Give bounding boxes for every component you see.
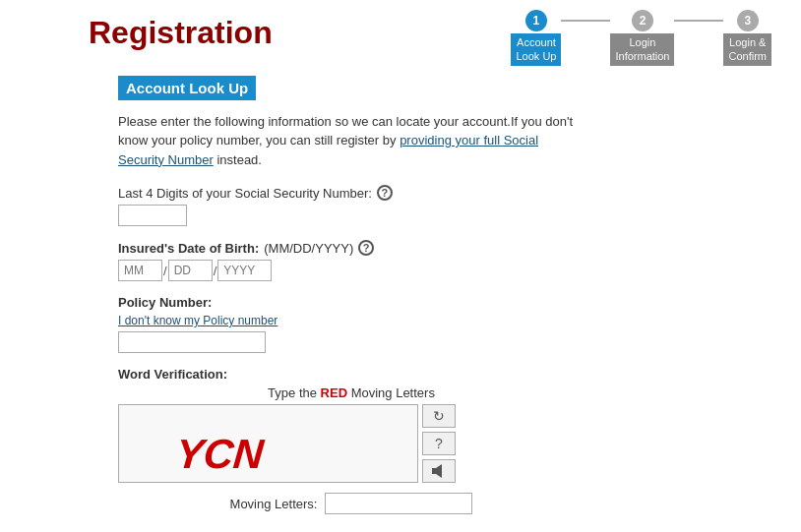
captcha-svg: YCN bbox=[170, 409, 367, 478]
svg-rect-0 bbox=[432, 468, 436, 474]
word-verification-section: Word Verification: Type the RED Moving L… bbox=[118, 367, 585, 514]
moving-letters-row: Moving Letters: bbox=[118, 493, 585, 514]
step-2: 2 LoginInformation bbox=[610, 10, 674, 66]
step-connector-2-3 bbox=[674, 20, 723, 22]
dob-mm-input[interactable] bbox=[118, 260, 162, 281]
captcha-instruction-part2: Moving Letters bbox=[347, 385, 435, 400]
dob-format-text: (MM/DD/YYYY) bbox=[264, 241, 353, 256]
dob-label-row: Insured's Date of Birth: (MM/DD/YYYY) ? bbox=[118, 240, 585, 256]
step-1-circle: 1 bbox=[525, 10, 547, 31]
policy-label-text: Policy Number: bbox=[118, 295, 212, 310]
step-2-circle: 2 bbox=[632, 10, 653, 31]
captcha-instruction: Type the RED Moving Letters bbox=[118, 385, 585, 400]
dob-help-icon[interactable]: ? bbox=[358, 240, 374, 256]
captcha-image-box: YCN bbox=[118, 404, 418, 483]
svg-marker-1 bbox=[436, 464, 442, 478]
section-title: Account Look Up bbox=[118, 76, 256, 100]
captcha-help-button[interactable]: ? bbox=[422, 432, 456, 455]
ssn-label-text: Last 4 Digits of your Social Security Nu… bbox=[118, 186, 372, 201]
dob-yyyy-input[interactable] bbox=[217, 260, 272, 281]
ssn-help-icon[interactable]: ? bbox=[377, 185, 393, 201]
intro-text: Please enter the following information s… bbox=[118, 112, 585, 170]
ssn-field-group: Last 4 Digits of your Social Security Nu… bbox=[118, 185, 585, 226]
step-connector-1-2 bbox=[561, 20, 610, 22]
captcha-text: YCN bbox=[173, 431, 266, 477]
captcha-instruction-part1: Type the bbox=[268, 385, 320, 400]
ssn-input[interactable] bbox=[118, 205, 187, 226]
dob-inputs-row: / / bbox=[118, 260, 585, 281]
dob-dd-input[interactable] bbox=[168, 260, 213, 281]
dob-label-text: Insured's Date of Birth: bbox=[118, 241, 259, 256]
ssn-label-row: Last 4 Digits of your Social Security Nu… bbox=[118, 185, 585, 201]
steps-wizard: 1 AccountLook Up 2 LoginInformation 3 Lo… bbox=[511, 10, 781, 66]
word-verify-label: Word Verification: bbox=[118, 367, 585, 382]
step-1: 1 AccountLook Up bbox=[511, 10, 561, 66]
page-title: Registration bbox=[20, 15, 273, 51]
step-1-label: AccountLook Up bbox=[511, 33, 561, 66]
step-3-label: Login &Confirm bbox=[723, 33, 771, 66]
captcha-audio-button[interactable] bbox=[422, 459, 456, 483]
intro-text-part2: instead. bbox=[214, 152, 262, 167]
dob-field-group: Insured's Date of Birth: (MM/DD/YYYY) ? … bbox=[118, 240, 585, 281]
captcha-row: YCN ↻ ? bbox=[118, 404, 585, 483]
policy-field-group: Policy Number: I don't know my Policy nu… bbox=[118, 295, 585, 353]
moving-letters-input[interactable] bbox=[325, 493, 472, 514]
policy-unknown-link[interactable]: I don't know my Policy number bbox=[118, 314, 585, 327]
policy-label-row: Policy Number: bbox=[118, 295, 585, 310]
policy-input[interactable] bbox=[118, 331, 266, 353]
audio-icon bbox=[430, 462, 448, 480]
captcha-controls: ↻ ? bbox=[422, 404, 456, 483]
step-3-circle: 3 bbox=[737, 10, 759, 31]
moving-letters-label: Moving Letters: bbox=[230, 497, 318, 511]
captcha-refresh-button[interactable]: ↻ bbox=[422, 404, 456, 428]
captcha-red-text: RED bbox=[321, 385, 347, 400]
step-2-label: LoginInformation bbox=[610, 33, 674, 66]
step-3: 3 Login &Confirm bbox=[723, 10, 771, 66]
